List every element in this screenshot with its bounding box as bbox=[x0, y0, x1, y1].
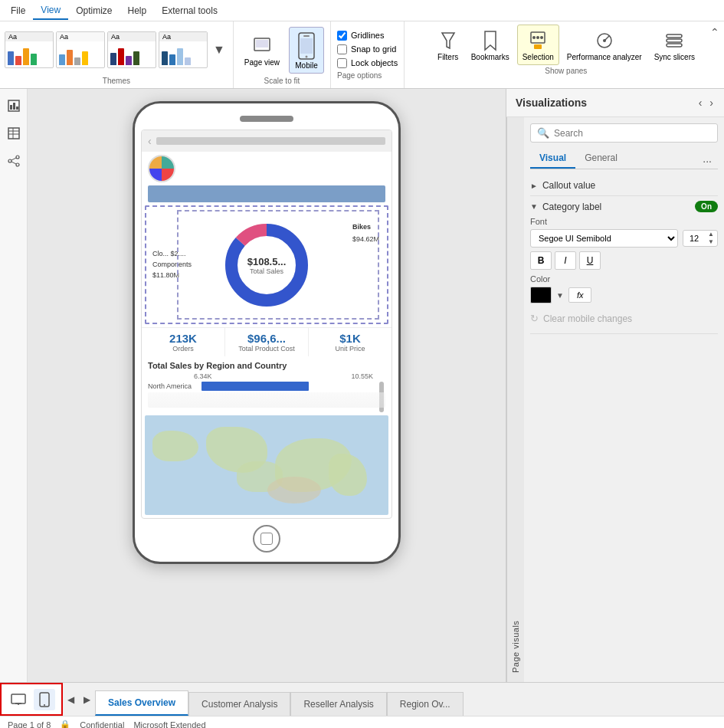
donut-legend: Bikes $94.62M bbox=[352, 221, 379, 245]
sync-slicers-btn[interactable]: Sync slicers bbox=[650, 25, 699, 64]
ribbon-collapse-btn[interactable]: ⌃ bbox=[706, 21, 724, 88]
sidebar-model-icon[interactable] bbox=[3, 150, 25, 172]
callout-value-label: Callout value bbox=[542, 180, 595, 191]
selection-btn[interactable]: Selection bbox=[517, 25, 559, 65]
bookmarks-btn[interactable]: Bookmarks bbox=[467, 25, 514, 64]
svg-point-27 bbox=[16, 163, 19, 166]
ribbon-group-layout: Page view Mobile Scale to fit bbox=[234, 21, 331, 88]
mobile-layout-btn[interactable]: Mobile bbox=[289, 27, 324, 74]
bar-chart-section: Total Sales by Region and Country 6.34K … bbox=[142, 356, 391, 412]
show-panes-label: Show panes bbox=[545, 67, 587, 75]
callout-value-header[interactable]: ► Callout value bbox=[530, 180, 718, 191]
canvas-area: ‹ Clo... $2.... Components $11.80 bbox=[28, 89, 506, 682]
company-logo bbox=[148, 155, 175, 182]
menu-file[interactable]: File bbox=[3, 2, 33, 19]
page-view-btn[interactable]: Page view bbox=[240, 31, 284, 70]
search-input[interactable] bbox=[554, 128, 711, 139]
tab-general[interactable]: General bbox=[575, 149, 627, 169]
mobile-content: ‹ Clo... $2.... Components $11.80 bbox=[141, 130, 392, 519]
page-visuals-tab[interactable]: Page visuals bbox=[506, 117, 524, 682]
panel-inner: 🔍 Visual General ... ► Callout value bbox=[524, 117, 724, 682]
mobile-logo-section bbox=[142, 152, 391, 184]
theme-swatch-4[interactable]: Aa bbox=[159, 31, 208, 68]
panel-forward-arrow[interactable]: › bbox=[708, 95, 715, 110]
stat-price: $1K Unit Price bbox=[309, 328, 391, 356]
category-label-header[interactable]: ▼ Category label On bbox=[530, 201, 718, 212]
font-size-down-arrow[interactable]: ▼ bbox=[705, 238, 717, 246]
format-buttons: B I U bbox=[530, 251, 718, 270]
tab-region-ov[interactable]: Region Ov... bbox=[387, 692, 464, 716]
gridlines-checkbox-row[interactable]: Gridlines bbox=[337, 31, 398, 41]
stat-orders-value: 213K bbox=[144, 332, 222, 345]
svg-rect-16 bbox=[667, 44, 682, 47]
callout-value-section: ► Callout value bbox=[530, 175, 718, 196]
color-dropdown-arrow[interactable]: ▼ bbox=[556, 291, 564, 300]
themes-more-arrow[interactable]: ▼ bbox=[210, 40, 228, 60]
bar-row-north-america: North America bbox=[148, 382, 385, 391]
category-label-toggle[interactable]: On bbox=[695, 201, 718, 212]
font-size-up-arrow[interactable]: ▲ bbox=[705, 231, 717, 238]
svg-point-26 bbox=[16, 156, 19, 159]
filters-btn[interactable]: Filters bbox=[433, 25, 464, 64]
tab-sales-overview[interactable]: Sales Overview bbox=[95, 690, 188, 716]
menu-external-tools[interactable]: External tools bbox=[154, 2, 225, 19]
snap-checkbox[interactable] bbox=[337, 44, 347, 54]
donut-chart-section[interactable]: Clo... $2.... Components $11.80M bbox=[145, 205, 388, 324]
sidebar-report-icon[interactable] bbox=[3, 95, 25, 116]
sidebar-table-icon[interactable] bbox=[3, 123, 25, 144]
color-swatch[interactable] bbox=[530, 287, 552, 303]
page-options-label: Page options bbox=[337, 71, 398, 80]
donut-chart: $108.5... Total Sales bbox=[221, 219, 313, 311]
bottom-tab-bar: ◀ ▶ Sales Overview Customer Analysis Res… bbox=[0, 682, 724, 716]
stat-orders-label: Orders bbox=[144, 345, 222, 353]
svg-rect-19 bbox=[13, 103, 15, 110]
mobile-home-button bbox=[253, 525, 280, 553]
gridlines-checkbox[interactable] bbox=[337, 31, 347, 41]
mobile-notch bbox=[240, 116, 293, 122]
svg-rect-15 bbox=[667, 39, 682, 42]
extended-label: Microsoft Extended bbox=[133, 720, 205, 729]
donut-center-text: $108.5... Total Sales bbox=[236, 255, 297, 274]
svg-point-8 bbox=[532, 36, 536, 39]
lock-checkbox[interactable] bbox=[337, 58, 347, 68]
donut-label: Total Sales bbox=[236, 267, 297, 274]
desktop-view-btn[interactable] bbox=[8, 689, 29, 710]
confidential-label: Confidential bbox=[80, 720, 124, 729]
mobile-view-btn[interactable] bbox=[34, 689, 55, 710]
panel-title: Visualizations bbox=[516, 97, 587, 109]
menu-view[interactable]: View bbox=[33, 2, 68, 20]
ribbon-group-panes: Filters Bookmarks Sele bbox=[427, 21, 706, 88]
legend-bikes-val: $94.62M bbox=[352, 233, 379, 245]
nav-back-arrow[interactable]: ‹ bbox=[148, 135, 152, 147]
more-options-btn[interactable]: ... bbox=[696, 149, 718, 168]
font-family-select[interactable]: Segoe UI Semibold bbox=[530, 229, 678, 248]
snap-checkbox-row[interactable]: Snap to grid bbox=[337, 44, 398, 54]
lock-icon: 🔒 bbox=[60, 720, 70, 728]
theme-swatch-2[interactable]: Aa bbox=[56, 31, 105, 68]
panel-back-arrow[interactable]: ‹ bbox=[697, 95, 704, 110]
italic-btn[interactable]: I bbox=[555, 251, 576, 270]
main-area: ‹ Clo... $2.... Components $11.80 bbox=[0, 89, 724, 682]
clear-mobile-label: Clear mobile changes bbox=[543, 313, 632, 324]
mobile-device-frame: ‹ Clo... $2.... Components $11.80 bbox=[133, 101, 401, 564]
performance-analyzer-btn[interactable]: Performance analyzer bbox=[562, 25, 647, 64]
lock-checkbox-row[interactable]: Lock objects bbox=[337, 58, 398, 68]
tab-prev-arrow[interactable]: ◀ bbox=[63, 691, 79, 708]
clear-mobile-changes-btn[interactable]: ↻ Clear mobile changes bbox=[530, 308, 718, 329]
svg-line-28 bbox=[11, 158, 16, 160]
bold-btn[interactable]: B bbox=[530, 251, 552, 270]
font-size-input[interactable] bbox=[683, 231, 705, 245]
theme-swatch-3[interactable]: Aa bbox=[107, 31, 156, 68]
menu-optimize[interactable]: Optimize bbox=[68, 2, 120, 19]
status-bar: Page 1 of 8 🔒 Confidential Microsoft Ext… bbox=[0, 716, 724, 728]
sub-tabs: Visual General ... bbox=[530, 149, 718, 169]
tab-next-arrow[interactable]: ▶ bbox=[79, 691, 95, 708]
tab-customer-analysis[interactable]: Customer Analysis bbox=[188, 692, 290, 716]
underline-btn[interactable]: U bbox=[579, 251, 601, 270]
theme-swatch-1[interactable]: Aa bbox=[5, 31, 54, 68]
fx-button[interactable]: fx bbox=[568, 287, 592, 303]
tab-visual[interactable]: Visual bbox=[530, 149, 575, 169]
menu-help[interactable]: Help bbox=[120, 2, 154, 19]
svg-rect-14 bbox=[667, 34, 682, 38]
tab-reseller-analysis[interactable]: Reseller Analysis bbox=[290, 692, 386, 716]
